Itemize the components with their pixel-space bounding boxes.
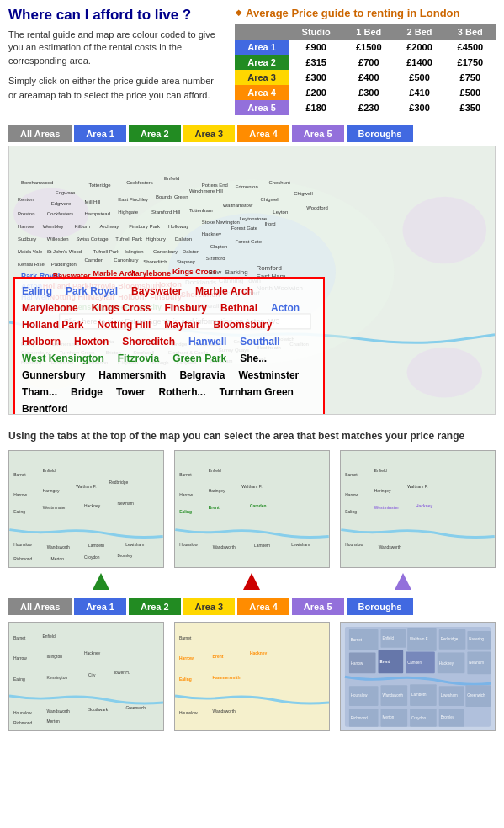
highlight-ealing[interactable]: Ealing [22,285,52,297]
highlight-kings-cross[interactable]: Kings Cross [92,302,151,314]
price-row-area4[interactable]: Area 4 £200 £300 £410 £500 [235,85,496,100]
svg-text:Canonbury: Canonbury [153,249,178,254]
left-description: Where can I afford to live ? The rental … [8,7,219,102]
svg-rect-139 [175,451,328,567]
area2-1bed: £700 [343,55,394,70]
svg-text:Hackney: Hackney [439,661,454,666]
highlight-rotherh[interactable]: Rotherh... [158,386,205,398]
area3-3bed: £750 [445,70,496,85]
price-table: Studio 1 Bed 2 Bed 3 Bed Area 1 £900 £15… [235,24,496,115]
highlight-finsbury[interactable]: Finsbury [164,302,207,314]
bottom-tab-area2[interactable]: Area 2 [129,598,181,615]
highlight-southall[interactable]: Southall [240,336,279,348]
tab-area2[interactable]: Area 2 [129,125,181,142]
col-header-1bed: 1 Bed [343,24,394,40]
svg-text:Edgware: Edgware [56,190,76,195]
bottom-tab-area3[interactable]: Area 3 [183,598,236,615]
svg-text:Hounslow: Hounslow [179,711,198,715]
thumb2-map-2[interactable]: Barnet Harrow Brent Hackney Ealing Hamme… [174,622,330,731]
thumb-map-3[interactable]: Barnet Enfield Harrow Haringey Waltham F… [340,450,496,568]
area1-studio: £900 [289,40,343,55]
highlight-shoreditch[interactable]: Shoreditch [122,336,175,348]
area4-studio: £200 [289,85,343,100]
thumbnail-maps-row2: Barnet Enfield Harrow Islington Hackney … [0,618,504,735]
svg-text:St John's Wood: St John's Wood [47,249,82,254]
svg-text:Hounslow: Hounslow [179,543,198,547]
svg-text:Lewisham: Lewisham [125,543,144,547]
highlight-bloomsbury[interactable]: Bloomsbury [213,319,272,331]
bottom-tab-all[interactable]: All Areas [8,598,72,615]
svg-text:Islington: Islington [47,655,63,659]
svg-text:Clapton: Clapton [210,244,228,249]
highlight-marble-arch[interactable]: Marble Arch [195,285,253,297]
thumb2-map-3[interactable]: Barnet Enfield Waltham F. Redbridge Have… [340,622,496,731]
svg-text:Wembley: Wembley [43,224,64,229]
highlight-she[interactable]: She... [240,353,267,364]
highlight-gunnersbury[interactable]: Gunnersbury [22,369,85,381]
highlight-green-park[interactable]: Green Park [172,353,226,364]
highlight-belgravia[interactable]: Belgravia [179,369,225,381]
svg-text:Westminster: Westminster [43,506,66,510]
tab-boroughs[interactable]: Boroughs [347,125,414,142]
svg-text:Mill Hill: Mill Hill [85,199,101,204]
bottom-description: Using the tabs at the top of the map you… [0,422,504,447]
svg-rect-152 [341,451,494,567]
area1-2bed: £2000 [394,40,444,55]
price-row-area1[interactable]: Area 1 £900 £1500 £2000 £4500 [235,40,496,55]
bottom-tab-area5[interactable]: Area 5 [292,598,344,615]
highlight-west-kensington[interactable]: West Kensington [22,353,104,364]
highlight-westminster[interactable]: Westminster [238,369,299,381]
highlight-notting-hill[interactable]: Notting Hill [97,319,151,331]
highlight-mayfair[interactable]: Mayfair [164,319,199,331]
tab-area5[interactable]: Area 5 [292,125,344,142]
svg-text:Hammersmith: Hammersmith [213,676,241,680]
bottom-tab-area1[interactable]: Area 1 [74,598,126,615]
svg-text:Barnet: Barnet [179,473,192,477]
svg-text:Richmond: Richmond [13,721,32,725]
highlight-marylebone[interactable]: Marylebone [22,302,78,314]
area2-studio: £315 [289,55,343,70]
bottom-tab-boroughs[interactable]: Boroughs [347,598,414,615]
highlight-bridge[interactable]: Bridge [71,386,103,398]
bottom-tab-area4[interactable]: Area 4 [237,598,289,615]
tab-area1[interactable]: Area 1 [74,125,126,142]
svg-text:Finsbury Park: Finsbury Park [129,224,160,229]
svg-text:Cheshunt: Cheshunt [268,180,290,185]
price-row-area5[interactable]: Area 5 £180 £230 £300 £350 [235,100,496,115]
svg-text:Hackney: Hackney [416,504,432,508]
highlight-hoxton[interactable]: Hoxton [74,336,109,348]
highlight-bethnal[interactable]: Bethnal [220,302,257,314]
svg-text:Barnet: Barnet [179,636,192,640]
price-row-area2[interactable]: Area 2 £315 £700 £1400 £1750 [235,55,496,70]
thumb-map-2[interactable]: Barnet Enfield Harrow Haringey Waltham F… [174,450,330,568]
svg-text:Hackney: Hackney [84,651,101,656]
thumb-map-1[interactable]: Barnet Enfield Harrow Haringey Waltham F… [8,450,164,568]
area5-2bed: £300 [394,100,444,115]
highlight-tower[interactable]: Tower [116,386,145,398]
price-row-area3[interactable]: Area 3 £300 £400 £500 £750 [235,70,496,85]
highlight-hanwell[interactable]: Hanwell [188,336,226,348]
svg-text:Waltham F.: Waltham F. [76,485,96,489]
tab-area3[interactable]: Area 3 [183,125,236,142]
svg-text:Greenwich: Greenwich [125,706,146,710]
highlight-acton[interactable]: Acton [271,302,300,314]
svg-text:Forest Gate: Forest Gate [231,226,258,231]
highlight-holborn[interactable]: Holborn [22,336,61,348]
tab-all-areas[interactable]: All Areas [8,125,72,142]
highlight-hammersmith[interactable]: Hammersmith [98,369,166,381]
svg-text:Merton: Merton [382,715,394,719]
svg-text:Edmonton: Edmonton [236,184,258,189]
tab-area4[interactable]: Area 4 [237,125,289,142]
svg-text:Maida Vale: Maida Vale [18,249,43,254]
svg-text:Paddington: Paddington [51,262,77,267]
highlight-bayswater[interactable]: Bayswater [131,285,182,297]
highlight-brentford[interactable]: Brentford [22,403,68,415]
highlight-holland-park[interactable]: Holland Park [22,319,83,331]
highlight-park-royal[interactable]: Park Royal [66,285,118,297]
highlight-fitzrovia[interactable]: Fitzrovia [118,353,159,364]
highlight-turnham-green[interactable]: Turnham Green [219,386,293,398]
svg-text:Stoke Newington: Stoke Newington [202,220,240,225]
highlight-tham[interactable]: Tham... [22,386,57,398]
thumb2-map-1[interactable]: Barnet Enfield Harrow Islington Hackney … [8,622,164,731]
svg-text:Barnet: Barnet [13,473,26,477]
